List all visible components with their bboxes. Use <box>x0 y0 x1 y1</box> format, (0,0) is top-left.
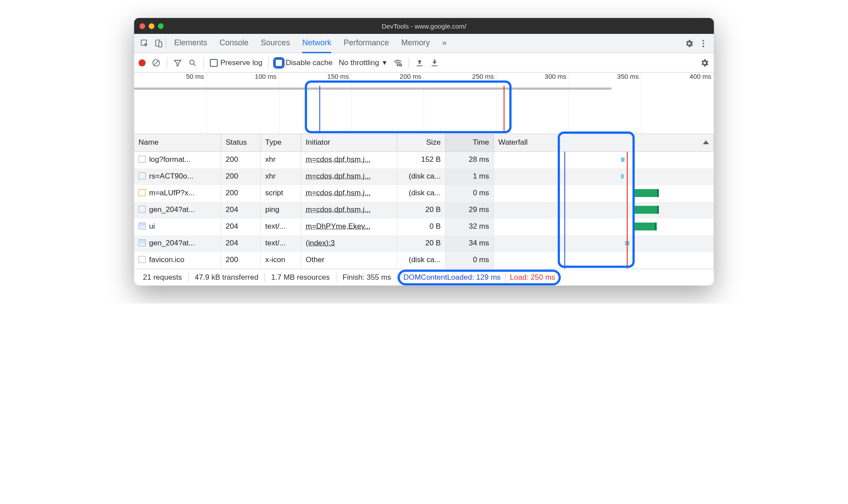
table-row[interactable]: m=aLUfP?x...200scriptm=cdos,dpf,hsm,j...… <box>134 185 714 202</box>
header-type[interactable]: Type <box>261 134 301 151</box>
file-icon <box>139 156 146 163</box>
tab-memory[interactable]: Memory <box>401 34 430 53</box>
preserve-log-checkbox[interactable]: Preserve log <box>210 58 262 67</box>
svg-point-4 <box>702 43 704 44</box>
table-row[interactable]: gen_204?at...204pingm=cdos,dpf,hsm,j...2… <box>134 202 714 219</box>
divider <box>167 58 167 68</box>
status-finish: Finish: 355 ms <box>336 273 398 282</box>
inspect-icon[interactable] <box>138 37 152 51</box>
svg-point-10 <box>397 65 398 66</box>
table-row[interactable]: rs=ACT90o...200xhrm=cdos,dpf,hsm,j...(di… <box>134 168 714 185</box>
window-title: DevTools - www.google.com/ <box>134 22 714 30</box>
tab-performance[interactable]: Performance <box>344 34 389 53</box>
sort-indicator-icon <box>703 140 709 144</box>
record-button[interactable] <box>139 59 146 66</box>
table-row[interactable]: gen_204?at...204text/...(index):320 B34 … <box>134 235 714 252</box>
divider <box>268 58 269 68</box>
file-icon <box>139 239 146 246</box>
divider <box>203 58 204 68</box>
panel-tabs: Elements Console Sources Network Perform… <box>174 34 446 53</box>
svg-rect-2 <box>159 42 162 47</box>
network-conditions-icon[interactable] <box>393 58 402 68</box>
kebab-icon[interactable] <box>696 37 710 51</box>
devtools-window: DevTools - www.google.com/ Elements Cons… <box>134 18 714 286</box>
file-icon <box>139 189 146 196</box>
overview-timeline[interactable]: 50 ms 100 ms 150 ms 200 ms 250 ms 300 ms… <box>134 73 714 134</box>
titlebar: DevTools - www.google.com/ <box>134 18 714 34</box>
svg-point-8 <box>190 60 194 64</box>
status-highlight: DOMContentLoaded: 129 ms Load: 250 ms <box>398 270 561 285</box>
table-body-wrap: log?format...200xhrm=cdos,dpf,hsm,j...15… <box>134 152 714 269</box>
header-time[interactable]: Time <box>446 134 494 151</box>
status-resources: 1.7 MB resources <box>265 273 336 282</box>
svg-point-5 <box>702 45 704 47</box>
network-toolbar: Preserve log Disable cache No throttling… <box>134 53 714 73</box>
status-transferred: 47.9 kB transferred <box>189 273 265 282</box>
header-size[interactable]: Size <box>397 134 446 151</box>
status-requests: 21 requests <box>137 273 189 282</box>
status-load: Load: 250 ms <box>510 273 555 282</box>
table-headers: Name Status Type Initiator Size Time Wat… <box>134 134 714 152</box>
tab-sources[interactable]: Sources <box>261 34 290 53</box>
file-icon <box>139 256 146 263</box>
chevron-down-icon: ▾ <box>383 58 387 67</box>
device-toggle-icon[interactable] <box>152 37 166 51</box>
header-initiator[interactable]: Initiator <box>301 134 397 151</box>
header-status[interactable]: Status <box>221 134 261 151</box>
status-dcl: DOMContentLoaded: 129 ms <box>403 273 501 282</box>
svg-line-9 <box>194 64 196 66</box>
table-row[interactable]: ui204text/...m=DhPYme,Ekev...0 B32 ms <box>134 219 714 235</box>
upload-icon[interactable] <box>415 58 424 67</box>
header-waterfall[interactable]: Waterfall <box>494 134 714 151</box>
tab-bar: Elements Console Sources Network Perform… <box>134 34 714 53</box>
file-icon <box>139 206 146 213</box>
divider <box>166 38 166 49</box>
load-marker <box>504 86 504 131</box>
throttling-select[interactable]: No throttling ▾ <box>339 58 387 67</box>
table-row[interactable]: favicon.ico200x-iconOther(disk ca...0 ms <box>134 252 714 269</box>
search-icon[interactable] <box>188 58 197 67</box>
svg-point-3 <box>702 40 704 41</box>
download-icon[interactable] <box>430 58 439 67</box>
status-bar: 21 requests 47.9 kB transferred 1.7 MB r… <box>134 269 714 285</box>
table-row[interactable]: log?format...200xhrm=cdos,dpf,hsm,j...15… <box>134 152 714 168</box>
request-rows: log?format...200xhrm=cdos,dpf,hsm,j...15… <box>134 152 714 269</box>
annotation-highlight <box>305 80 512 133</box>
clear-icon[interactable] <box>152 58 161 67</box>
dcl-marker <box>319 86 320 131</box>
tab-more[interactable]: » <box>442 34 446 53</box>
settings-icon[interactable] <box>682 37 696 51</box>
settings-gear-icon[interactable] <box>700 58 709 68</box>
header-name[interactable]: Name <box>134 134 221 151</box>
tab-console[interactable]: Console <box>219 34 249 53</box>
filter-icon[interactable] <box>173 58 182 67</box>
disable-cache-checkbox[interactable]: Disable cache <box>275 58 333 67</box>
tab-network[interactable]: Network <box>302 34 331 53</box>
svg-line-7 <box>154 61 158 65</box>
tab-elements[interactable]: Elements <box>174 34 207 53</box>
file-icon <box>139 172 146 179</box>
divider <box>409 58 409 68</box>
file-icon <box>139 223 146 230</box>
